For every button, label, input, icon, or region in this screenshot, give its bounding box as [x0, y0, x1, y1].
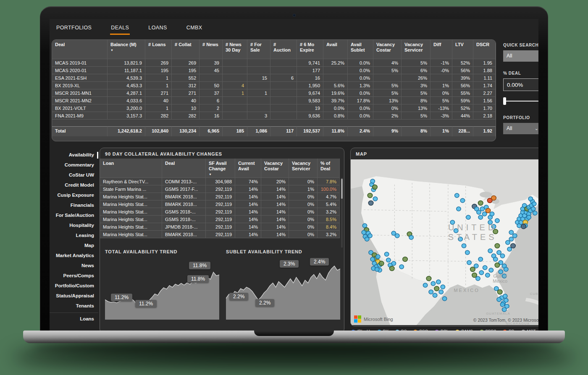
deal-row-0-cell-2[interactable]: 269	[145, 59, 172, 67]
collat-row-3-cell-0[interactable]: Marina Heights Stat...	[100, 201, 162, 208]
map-property-dot[interactable]	[460, 198, 465, 203]
map-property-dot[interactable]	[476, 276, 480, 281]
collat-column-header-2[interactable]: SF Avail Change▼	[206, 159, 235, 178]
map-property-dot[interactable]	[504, 267, 508, 271]
collat-column-header-5[interactable]: Vacancy Servicer	[289, 159, 318, 178]
deal-row-5-cell-11[interactable]: 13%	[373, 97, 402, 104]
deal-row-4-cell-13[interactable]: 0%	[430, 89, 452, 97]
map-property-dot[interactable]	[486, 208, 490, 213]
deal-row-3-cell-3[interactable]: 312	[172, 82, 200, 89]
map-property-dot[interactable]	[528, 197, 533, 201]
deal-row-1-cell-1[interactable]: 11,187.1	[108, 67, 145, 74]
deal-row-5-cell-4[interactable]: 6	[200, 97, 223, 104]
map-property-dot[interactable]	[500, 302, 504, 307]
collat-row-6-cell-4[interactable]: 14%	[261, 223, 289, 231]
map-property-dot[interactable]	[370, 257, 375, 261]
deal-row-1-cell-15[interactable]: 1.88	[473, 67, 496, 74]
map-property-dot[interactable]	[504, 298, 508, 302]
deal-row-4-cell-14[interactable]: 55%	[452, 89, 473, 97]
sidebar-item-news[interactable]: News	[50, 260, 98, 271]
collateral-scrollbar-thumb[interactable]	[341, 179, 343, 199]
deal-row-0-cell-5[interactable]	[223, 59, 247, 67]
deal-row-4-cell-10[interactable]: 0.0%	[348, 89, 373, 97]
portfolio-dropdown[interactable]: All ⌄	[503, 123, 538, 134]
column-header-6[interactable]: # For Sale	[247, 40, 270, 59]
column-header-10[interactable]: Avail Sublet	[348, 40, 373, 59]
column-header-12[interactable]: Vacancy Servicer	[402, 40, 430, 59]
collat-row-2-cell-0[interactable]: Marina Heights Stat...	[100, 193, 162, 201]
collat-column-header-6[interactable]: % of Deal	[318, 159, 340, 178]
deal-row-4-cell-8[interactable]: 9,674	[297, 89, 323, 97]
map-property-dot[interactable]	[527, 215, 531, 219]
deal-row-3-cell-8[interactable]: 1,950	[297, 82, 323, 89]
column-header-7[interactable]: # Auction	[270, 40, 297, 59]
deal-row-1-cell-13[interactable]: -0%	[430, 67, 452, 74]
map-property-dot[interactable]	[373, 185, 377, 190]
sidebar-item-map[interactable]: Map	[50, 240, 98, 250]
deal-row-5-cell-2[interactable]: 40	[145, 97, 172, 104]
deal-row-7-cell-1[interactable]: 3,157.3	[108, 112, 145, 120]
map-property-dot[interactable]	[373, 197, 377, 201]
sidebar-item-leasing[interactable]: Leasing	[50, 230, 98, 240]
collat-row-6-cell-0[interactable]: Marina Heights Stat...	[100, 223, 162, 231]
sidebar-item-financials[interactable]: Financials	[50, 200, 98, 210]
deal-row-4-cell-9[interactable]: 19.6%	[323, 89, 348, 97]
deal-row-3-cell-4[interactable]: 50	[200, 82, 223, 89]
map-property-dot[interactable]	[362, 230, 366, 234]
deal-row-7-cell-4[interactable]: 16	[200, 112, 223, 120]
deal-row-5-cell-13[interactable]: 5%	[430, 97, 452, 104]
collat-row-2-cell-4[interactable]: 14%	[261, 193, 289, 201]
deal-row-5-cell-5[interactable]	[223, 97, 247, 104]
deal-row-2-cell-6[interactable]: 15	[247, 74, 270, 82]
column-header-8[interactable]: # 6 Mo Expire	[297, 40, 323, 59]
deal-row-1-cell-5[interactable]	[223, 67, 247, 74]
collat-row-1-cell-1[interactable]: GSMS 2017-F...	[162, 185, 206, 193]
map-property-dot[interactable]	[507, 247, 512, 251]
map-property-dot[interactable]	[391, 261, 396, 266]
collat-row-3-cell-4[interactable]: 14%	[261, 201, 289, 208]
deal-row-5-cell-1[interactable]: 4,033.6	[108, 97, 145, 104]
deal-row-6-cell-12[interactable]: 13%	[402, 104, 430, 112]
deal-row-1-cell-7[interactable]	[270, 67, 297, 74]
map-property-dot[interactable]	[478, 257, 483, 261]
collat-row-4-cell-5[interactable]: 0%	[289, 208, 318, 216]
deal-row-1-cell-11[interactable]: 5%	[373, 67, 402, 74]
deal-row-3-cell-10[interactable]: 1.3%	[348, 82, 373, 89]
map-property-dot[interactable]	[533, 211, 537, 215]
map-property-dot[interactable]	[490, 212, 494, 216]
map-property-dot[interactable]	[429, 290, 433, 294]
collat-row-6-cell-6[interactable]: 8.4%	[318, 223, 340, 231]
deal-row-5-cell-3[interactable]: 40	[172, 97, 200, 104]
deal-row-4-cell-12[interactable]: 5%	[402, 89, 430, 97]
column-header-14[interactable]: LTV	[452, 40, 473, 59]
collat-row-2-cell-1[interactable]: BMARK 2018...	[162, 193, 206, 201]
map-property-dot[interactable]	[479, 271, 483, 275]
deal-row-1-cell-0[interactable]: MCAS 2020-01	[52, 67, 108, 74]
collat-row-7-cell-2[interactable]: 292,119	[206, 231, 235, 238]
collat-row-7-cell-3[interactable]: 14%	[235, 231, 261, 238]
map-property-dot[interactable]	[375, 267, 379, 271]
column-header-11[interactable]: Vacancy Costar	[373, 40, 402, 59]
deal-row-3-cell-14[interactable]: 56%	[452, 82, 473, 89]
deal-row-6-cell-1[interactable]: 3,200.0	[108, 104, 145, 112]
map-property-dot[interactable]	[494, 257, 498, 261]
map-property-dot[interactable]	[491, 196, 496, 201]
slider-handle[interactable]	[503, 97, 506, 105]
map-property-dot[interactable]	[531, 207, 535, 211]
sidebar-item-tenants[interactable]: Tenants	[50, 301, 98, 311]
deal-row-5-cell-9[interactable]: 39.7%	[323, 97, 348, 104]
deal-row-7-cell-3[interactable]: 282	[172, 112, 200, 120]
deal-row-0-cell-15[interactable]: 1.95	[473, 59, 496, 67]
collat-row-2-cell-5[interactable]: 0%	[289, 193, 318, 201]
deal-row-0-cell-9[interactable]: 25.2%	[323, 59, 348, 67]
map-property-dot[interactable]	[462, 244, 466, 248]
collat-row-7-cell-1[interactable]: BMARK 2018...	[162, 231, 206, 238]
deal-row-7-cell-13[interactable]: -3%	[430, 112, 452, 120]
map-property-dot[interactable]	[436, 280, 441, 284]
sidebar-item-portfolio-custom[interactable]: Portfolio/Custom	[50, 281, 98, 291]
collat-row-6-cell-1[interactable]: JPMDB 2018-...	[162, 223, 206, 231]
collat-row-4-cell-0[interactable]: Marina Heights Stat...	[100, 208, 162, 216]
map-property-dot[interactable]	[486, 273, 490, 277]
collat-column-header-4[interactable]: Vacancy Costar	[261, 159, 289, 178]
collat-row-7-cell-5[interactable]: 0%	[289, 231, 318, 238]
